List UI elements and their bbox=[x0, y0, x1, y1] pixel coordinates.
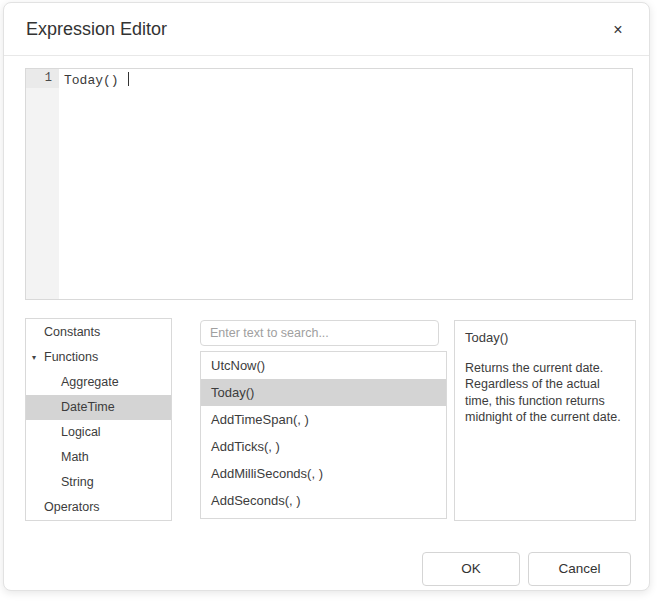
dialog-header: Expression Editor × bbox=[4, 3, 649, 56]
function-description: Returns the current date. Regardless of … bbox=[465, 360, 625, 425]
function-list[interactable]: UtcNow() Today() AddTimeSpan(, ) AddTick… bbox=[200, 351, 447, 519]
list-item-addminutes[interactable]: AddMinutes(, ) bbox=[201, 514, 446, 519]
list-item-today[interactable]: Today() bbox=[201, 379, 446, 406]
expression-editor-dialog: Expression Editor × 1 Today() Constants … bbox=[3, 2, 650, 591]
tree-item-operators[interactable]: Operators bbox=[26, 495, 171, 520]
category-tree: Constants ▾ Functions Aggregate DateTime… bbox=[25, 318, 172, 521]
list-item-addticks[interactable]: AddTicks(, ) bbox=[201, 433, 446, 460]
search-input[interactable] bbox=[200, 320, 439, 346]
tree-item-label: Operators bbox=[44, 500, 100, 514]
tree-item-math[interactable]: Math bbox=[26, 445, 171, 470]
close-icon[interactable]: × bbox=[605, 17, 631, 43]
tree-item-constants[interactable]: Constants bbox=[26, 320, 171, 345]
list-item-utcnow[interactable]: UtcNow() bbox=[201, 352, 446, 379]
tree-item-logical[interactable]: Logical bbox=[26, 420, 171, 445]
expression-code-editor: 1 Today() bbox=[25, 68, 633, 300]
tree-item-label: DateTime bbox=[61, 400, 115, 414]
code-input-area[interactable]: Today() bbox=[59, 69, 632, 299]
list-item-addseconds[interactable]: AddSeconds(, ) bbox=[201, 487, 446, 514]
text-caret bbox=[128, 72, 129, 86]
tree-item-datetime[interactable]: DateTime bbox=[26, 395, 171, 420]
chevron-down-icon[interactable]: ▾ bbox=[32, 345, 36, 370]
dialog-title: Expression Editor bbox=[26, 19, 167, 40]
function-signature: Today() bbox=[465, 330, 625, 345]
tree-item-label: String bbox=[61, 475, 94, 489]
code-line: Today() bbox=[64, 71, 632, 90]
tree-item-string[interactable]: String bbox=[26, 470, 171, 495]
ok-button[interactable]: OK bbox=[422, 552, 520, 586]
list-item-addmilliseconds[interactable]: AddMilliSeconds(, ) bbox=[201, 460, 446, 487]
tree-item-label: Constants bbox=[44, 325, 100, 339]
tree-item-aggregate[interactable]: Aggregate bbox=[26, 370, 171, 395]
cancel-button[interactable]: Cancel bbox=[528, 552, 631, 586]
line-number: 1 bbox=[26, 69, 59, 88]
tree-item-label: Aggregate bbox=[61, 375, 119, 389]
line-number-gutter: 1 bbox=[26, 69, 59, 299]
code-text: Today() bbox=[64, 73, 119, 88]
tree-item-functions[interactable]: ▾ Functions bbox=[26, 345, 171, 370]
tree-item-label: Functions bbox=[44, 350, 98, 364]
function-description-panel: Today() Returns the current date. Regard… bbox=[454, 320, 636, 521]
tree-item-label: Logical bbox=[61, 425, 101, 439]
list-item-addtimespan[interactable]: AddTimeSpan(, ) bbox=[201, 406, 446, 433]
tree-item-label: Math bbox=[61, 450, 89, 464]
